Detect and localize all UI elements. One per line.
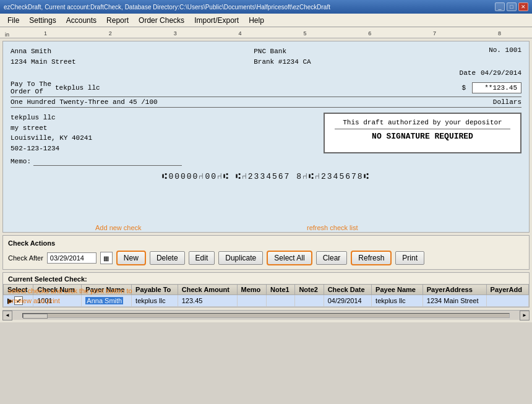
payee-addr-city: Louisville, KY 40241	[11, 133, 92, 144]
menu-help[interactable]: Help	[244, 15, 269, 26]
row-payable-to: tekplus llc	[132, 295, 178, 307]
title-bar: ezCheckDraft, Current account:DraftCheck…	[0, 0, 532, 14]
written-amount-text: One Hundred Twenty-Three and 45 /100	[11, 98, 158, 106]
ruler-mark-7: 7	[433, 30, 436, 37]
scrollbar-thumb[interactable]	[23, 314, 48, 319]
menu-settings[interactable]: Settings	[24, 15, 61, 26]
date-label: Date	[460, 69, 476, 77]
refresh-button[interactable]: Refresh	[351, 251, 392, 265]
col-header-check-amount: Check Amount	[178, 285, 237, 295]
ruler-mark-8: 8	[498, 30, 501, 37]
bank-name: PNC Bank	[254, 46, 311, 57]
menu-import-export[interactable]: Import/Export	[189, 15, 244, 26]
edit-button[interactable]: Edit	[189, 251, 215, 265]
ruler-unit-label: in	[5, 32, 9, 38]
check-micr: ⑆00000⑁00⑁⑆ ⑆⑁2334567 8⑁⑆⑁2345678⑆	[11, 172, 521, 181]
check-date-value: 04/29/2014	[481, 69, 521, 77]
actions-row: Check After ▦ New Delete Edit Duplicate …	[8, 251, 524, 265]
col-header-memo: Memo	[237, 285, 267, 295]
scroll-right-arrow[interactable]: ►	[520, 311, 530, 320]
window-controls: _ □ ✕	[495, 2, 528, 11]
select-all-button[interactable]: Select All	[267, 251, 312, 265]
nosig-line2: NO SIGNATURE REQUIRED	[335, 132, 510, 141]
row-payer-add2	[486, 295, 528, 307]
minimize-button[interactable]: _	[495, 2, 505, 11]
delete-button[interactable]: Delete	[150, 251, 185, 265]
payee-addr-phone: 502-123-1234	[11, 144, 92, 154]
row-payee-name: tekplus llc	[372, 295, 423, 307]
new-button[interactable]: New	[116, 251, 146, 265]
col-header-payee-name: Payee Name	[372, 285, 423, 295]
duplicate-button[interactable]: Duplicate	[218, 251, 263, 265]
check-after-input[interactable]	[47, 252, 97, 264]
memo-line	[33, 157, 182, 166]
check-bank: PNC Bank Brank #1234 CA	[254, 46, 311, 67]
memo-label: Memo:	[11, 158, 31, 165]
col-header-payer-add2: PayerAdd	[486, 285, 528, 295]
row-note2	[295, 295, 324, 307]
payee-address: tekplus llc my street Louisville, KY 402…	[11, 113, 92, 153]
check-memo-row: Memo:	[11, 157, 521, 166]
check-date-row: Date 04/29/2014	[11, 69, 521, 77]
col-header-payer-address: PayerAddress	[423, 285, 486, 295]
ruler-mark-3: 3	[174, 30, 177, 37]
main-area: Anna Smith 1234 Main Street PNC Bank Bra…	[0, 38, 532, 322]
ruler-mark-4: 4	[239, 30, 242, 37]
menu-bar: File Settings Accounts Report Order Chec…	[0, 14, 532, 27]
ruler-mark-6: 6	[368, 30, 371, 37]
check-sender: Anna Smith 1234 Main Street	[11, 46, 76, 67]
check-middle-row: tekplus llc my street Louisville, KY 402…	[11, 113, 521, 153]
maximize-button[interactable]: □	[507, 2, 517, 11]
ruler-mark-2: 2	[109, 30, 112, 37]
check-payto-row: Pay To TheOrder Of tekplus llc $ **123.4…	[11, 80, 521, 97]
close-button[interactable]: ✕	[518, 2, 528, 11]
table-title: Current Selected Check:	[3, 273, 529, 284]
check-after-label: Check After	[8, 254, 43, 262]
check-amount: **123.45	[472, 82, 521, 93]
sender-address: 1234 Main Street	[11, 57, 76, 67]
no-label: No.	[489, 46, 501, 54]
row-memo	[237, 295, 267, 307]
scrollbar-track[interactable]	[22, 313, 510, 318]
check-no-value: 1001	[505, 46, 521, 54]
row-check-amount: 123.45	[178, 295, 237, 307]
annotation-select-print: select checks and click the print button…	[8, 286, 132, 306]
ruler-mark-1: 1	[44, 30, 47, 37]
check-number-section: No. 1001	[489, 46, 521, 67]
payee-name: tekplus llc	[55, 84, 458, 92]
print-button[interactable]: Print	[395, 251, 424, 265]
table-area: Current Selected Check: Select Check Num…	[2, 272, 530, 307]
row-check-date: 04/29/2014	[324, 295, 371, 307]
ruler-mark-5: 5	[303, 30, 306, 37]
ruler: in 1 2 3 4 5 6 7 8	[0, 27, 532, 38]
check-written-amount: One Hundred Twenty-Three and 45 /100 Dol…	[11, 98, 521, 108]
window-title: ezCheckDraft, Current account:DraftCheck…	[4, 4, 330, 11]
menu-accounts[interactable]: Accounts	[61, 15, 101, 26]
horizontal-scrollbar[interactable]: ◄ ►	[2, 310, 530, 320]
check-actions-title: Check Actions	[8, 239, 524, 247]
sender-name: Anna Smith	[11, 46, 76, 57]
menu-order-checks[interactable]: Order Checks	[134, 15, 189, 26]
check-actions: Check Actions Check After ▦ New Delete E…	[2, 235, 530, 270]
no-signature-box: This draft authorized by your depositor …	[324, 113, 521, 153]
nosig-line1: This draft authorized by your depositor	[335, 119, 510, 126]
menu-report[interactable]: Report	[101, 15, 134, 26]
payto-label: Pay To TheOrder Of	[11, 80, 51, 95]
col-header-note1: Note1	[267, 285, 295, 295]
row-note1	[267, 295, 295, 307]
menu-file[interactable]: File	[2, 15, 24, 26]
col-header-payable-to: Payable To	[132, 285, 178, 295]
row-payer-address: 1234 Main Street	[423, 295, 486, 307]
col-header-note2: Note2	[295, 285, 324, 295]
check-actions-wrapper: Add new check refresh check list Check A…	[2, 235, 530, 270]
payee-addr-street: my street	[11, 123, 92, 134]
payee-addr-name: tekplus llc	[11, 113, 92, 123]
scroll-left-arrow[interactable]: ◄	[2, 311, 12, 320]
dollars-label: Dollars	[493, 98, 521, 106]
calendar-button[interactable]: ▦	[100, 252, 113, 264]
clear-button[interactable]: Clear	[316, 251, 348, 265]
col-header-check-date: Check Date	[324, 285, 371, 295]
bank-branch: Brank #1234 CA	[254, 57, 311, 67]
check-preview: Anna Smith 1234 Main Street PNC Bank Bra…	[2, 41, 530, 233]
dollar-sign: $	[461, 84, 466, 92]
